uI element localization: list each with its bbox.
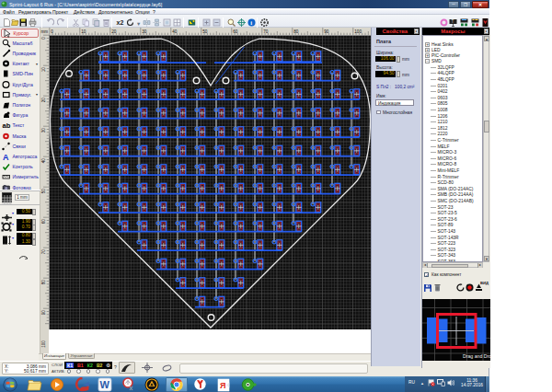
svg-text:20: 20 — [111, 29, 117, 34]
svg-text:100: 100 — [41, 340, 46, 348]
svg-text:W: W — [100, 379, 110, 390]
svg-text:70: 70 — [41, 249, 46, 255]
svg-text:80: 80 — [293, 29, 299, 34]
svg-text:10: 10 — [41, 67, 46, 73]
svg-text:Drag and Drop: Drag and Drop — [463, 353, 490, 359]
svg-text:50: 50 — [202, 29, 208, 34]
svg-text:i: i — [250, 19, 252, 26]
svg-text:70: 70 — [263, 29, 269, 34]
svg-text:30: 30 — [142, 29, 147, 34]
svg-text:50: 50 — [41, 189, 46, 194]
svg-text:0: 0 — [51, 29, 53, 34]
svg-text:ab: ab — [3, 121, 11, 130]
svg-text:A: A — [3, 153, 9, 162]
svg-text:90: 90 — [41, 310, 46, 316]
svg-text:60: 60 — [233, 29, 238, 34]
svg-text:mm: mm — [41, 29, 49, 34]
svg-text:10: 10 — [81, 29, 86, 34]
svg-text:40: 40 — [172, 29, 178, 34]
svg-text:20: 20 — [41, 98, 46, 103]
svg-text:60: 60 — [41, 219, 46, 225]
svg-text:100: 100 — [354, 29, 362, 34]
svg-text:90: 90 — [324, 29, 329, 34]
svg-text:80: 80 — [41, 280, 46, 285]
svg-text:Я: Я — [220, 381, 225, 390]
svg-text:0: 0 — [41, 37, 46, 40]
svg-text:▾: ▾ — [137, 20, 141, 27]
svg-text:30: 30 — [41, 128, 46, 133]
svg-text:x2: x2 — [117, 19, 124, 26]
svg-text:40: 40 — [41, 158, 46, 164]
svg-text:T: T — [452, 19, 454, 24]
